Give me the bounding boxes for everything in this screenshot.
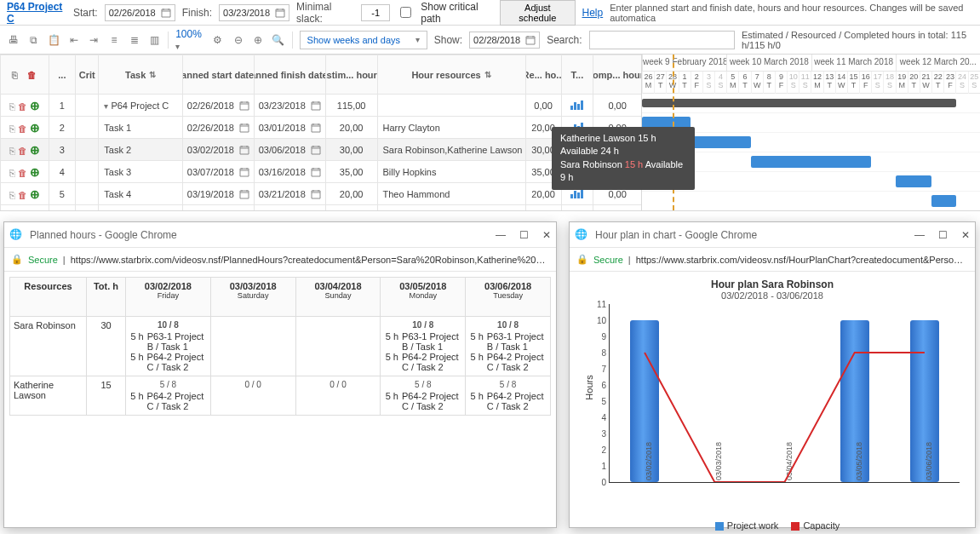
start-cell[interactable]: 03/07/2018 bbox=[182, 161, 254, 183]
help-link[interactable]: Help bbox=[582, 7, 604, 19]
resources-cell[interactable] bbox=[377, 95, 525, 117]
delete-icon[interactable]: 🗑 bbox=[18, 190, 27, 200]
delete-icon[interactable]: 🗑 bbox=[18, 168, 27, 178]
window-titlebar[interactable]: 🌐 Hour plan in chart - Google Chrome — ☐… bbox=[570, 222, 975, 248]
add-icon[interactable]: ⊕ bbox=[30, 99, 40, 112]
add-icon[interactable]: ⊕ bbox=[30, 165, 40, 179]
copy-icon[interactable]: ⎘ bbox=[9, 190, 15, 200]
gantt-bar[interactable] bbox=[896, 175, 932, 187]
resources-cell[interactable]: Sara Robinson,Katherine Lawson bbox=[377, 139, 525, 161]
maximize-icon[interactable]: ☐ bbox=[519, 229, 529, 241]
maximize-icon[interactable]: ☐ bbox=[938, 229, 948, 241]
close-icon[interactable]: ✕ bbox=[961, 229, 970, 241]
copy-icon[interactable]: ⎘ bbox=[9, 123, 15, 134]
gantt-bar[interactable] bbox=[931, 195, 955, 207]
finish-cell[interactable]: 03/06/2018 bbox=[254, 139, 325, 161]
gantt-bar[interactable] bbox=[751, 156, 872, 168]
est-cell[interactable]: 35,00 bbox=[325, 161, 377, 183]
resources-cell[interactable]: Billy Hopkins bbox=[377, 161, 525, 183]
task-name[interactable]: Task 4 bbox=[99, 183, 183, 205]
completed-cell[interactable]: 0,00 bbox=[593, 205, 642, 211]
col-reh[interactable]: Re... ho... bbox=[525, 55, 561, 95]
completed-cell[interactable]: 0,00 bbox=[593, 95, 642, 117]
start-cell[interactable]: 03/22/2018 bbox=[182, 205, 254, 211]
expand-icon[interactable]: ≣ bbox=[128, 32, 141, 48]
gantt-bar[interactable] bbox=[691, 136, 751, 148]
copy-icon[interactable]: ⎘ bbox=[9, 101, 15, 112]
task-row[interactable]: ⎘ 🗑 ⊕ 2 Task 1 02/26/2018 03/01/2018 20,… bbox=[1, 117, 642, 139]
task-row[interactable]: ⎘ 🗑 ⊕ 6 Task 5 03/22/2018 03/23/2018 10,… bbox=[1, 205, 642, 211]
window-titlebar[interactable]: 🌐 Planned hours - Google Chrome — ☐ ✕ bbox=[4, 222, 556, 248]
col-comp[interactable]: Comp... hours bbox=[593, 55, 642, 95]
finish-cell[interactable]: 03/01/2018 bbox=[254, 117, 325, 139]
resources-cell[interactable]: Harry Clayton bbox=[377, 117, 525, 139]
show-mode-dropdown[interactable]: Show weeks and days ▾ bbox=[300, 31, 427, 49]
project-link[interactable]: P64 Project C bbox=[7, 1, 66, 25]
start-cell[interactable]: 03/19/2018 bbox=[182, 183, 254, 205]
adjust-schedule-button[interactable]: Adjust schedule bbox=[500, 0, 575, 26]
url-text[interactable]: https://www.starbrix.com/videosv.nsf/Pla… bbox=[71, 255, 549, 265]
zoom-out-icon[interactable]: ⊖ bbox=[232, 32, 245, 48]
delete-icon[interactable]: 🗑 bbox=[27, 70, 37, 80]
finish-cell[interactable]: 03/23/2018 bbox=[254, 95, 325, 117]
show-date-field[interactable]: 02/28/2018 bbox=[469, 32, 540, 49]
finish-cell[interactable]: 03/23/2018 bbox=[254, 205, 325, 211]
col-finish[interactable]: Planned finish date⇅ bbox=[254, 55, 325, 95]
zoom-fit-icon[interactable]: 🔍 bbox=[272, 32, 285, 48]
minimize-icon[interactable]: — bbox=[496, 229, 506, 241]
resourced-hours-cell[interactable]: 10,00 bbox=[525, 205, 561, 211]
collapse-icon[interactable]: ≡ bbox=[107, 32, 121, 48]
chart-cell[interactable] bbox=[561, 95, 593, 117]
resourced-hours-cell[interactable]: 0,00 bbox=[525, 95, 561, 117]
critical-path-checkbox[interactable] bbox=[400, 7, 411, 18]
task-name[interactable]: Task 1 bbox=[99, 117, 183, 139]
finish-cell[interactable]: 03/16/2018 bbox=[254, 161, 325, 183]
task-row[interactable]: ⎘ 🗑 ⊕ 1 ▾ P64 Project C 02/26/2018 03/23… bbox=[1, 95, 642, 117]
col-est[interactable]: Estim... hours bbox=[325, 55, 377, 95]
add-icon[interactable]: ⊕ bbox=[30, 143, 40, 157]
resources-cell[interactable]: Sara Robinson*7,Harry Clayton*3 bbox=[377, 205, 525, 211]
col-task[interactable]: Task⇅ bbox=[99, 55, 183, 95]
start-cell[interactable]: 03/02/2018 bbox=[182, 139, 254, 161]
expand-icon[interactable]: ▾ bbox=[104, 101, 108, 111]
start-cell[interactable]: 02/26/2018 bbox=[182, 117, 254, 139]
clipboard-icon[interactable]: 📋 bbox=[47, 32, 60, 48]
slack-input[interactable] bbox=[361, 4, 390, 21]
outdent-icon[interactable]: ⇤ bbox=[67, 32, 81, 48]
start-cell[interactable]: 02/26/2018 bbox=[182, 95, 254, 117]
finish-cell[interactable]: 03/21/2018 bbox=[254, 183, 325, 205]
col-crit[interactable]: Crit bbox=[76, 55, 99, 95]
copy-icon[interactable]: ⎘ bbox=[9, 146, 15, 156]
task-name[interactable]: Task 5 bbox=[99, 205, 183, 211]
gantt-bar[interactable] bbox=[642, 99, 956, 107]
zoom-percent[interactable]: 100% ▾ bbox=[175, 28, 204, 52]
print-icon[interactable]: 🖶 bbox=[7, 32, 20, 48]
delete-icon[interactable]: 🗑 bbox=[18, 146, 27, 156]
col-dots[interactable]: ... bbox=[49, 55, 75, 95]
bar-chart-icon[interactable] bbox=[570, 100, 583, 110]
copy-icon[interactable]: ⎘ bbox=[12, 70, 18, 80]
col-start[interactable]: Planned start date⇅ bbox=[182, 55, 254, 95]
finish-date-field[interactable]: 03/23/2018 bbox=[219, 4, 289, 21]
resources-cell[interactable]: Theo Hammond bbox=[377, 183, 525, 205]
minimize-icon[interactable]: — bbox=[914, 229, 925, 241]
bar-chart-icon[interactable] bbox=[570, 210, 583, 211]
columns-icon[interactable]: ▥ bbox=[148, 32, 162, 48]
est-cell[interactable]: 20,00 bbox=[325, 183, 377, 205]
task-row[interactable]: ⎘ 🗑 ⊕ 4 Task 3 03/07/2018 03/16/2018 35,… bbox=[1, 161, 642, 183]
est-cell[interactable]: 115,00 bbox=[325, 95, 377, 117]
chart-cell[interactable] bbox=[561, 205, 593, 211]
delete-icon[interactable]: 🗑 bbox=[18, 123, 27, 134]
task-row[interactable]: ⎘ 🗑 ⊕ 3 Task 2 03/02/2018 03/06/2018 30,… bbox=[1, 139, 642, 161]
copy-icon[interactable]: ⎘ bbox=[9, 168, 15, 178]
task-name[interactable]: ▾ P64 Project C bbox=[99, 95, 183, 117]
add-icon[interactable]: ⊕ bbox=[30, 121, 40, 135]
add-icon[interactable]: ⊕ bbox=[30, 187, 40, 201]
add-icon[interactable]: ⊕ bbox=[30, 210, 40, 211]
est-cell[interactable]: 10,00 bbox=[325, 205, 377, 211]
est-cell[interactable]: 30,00 bbox=[325, 139, 377, 161]
search-input[interactable] bbox=[589, 31, 735, 49]
zoom-in-icon[interactable]: ⊕ bbox=[251, 32, 265, 48]
col-t[interactable]: T... bbox=[561, 55, 593, 95]
gear-icon[interactable]: ⚙ bbox=[211, 32, 225, 48]
